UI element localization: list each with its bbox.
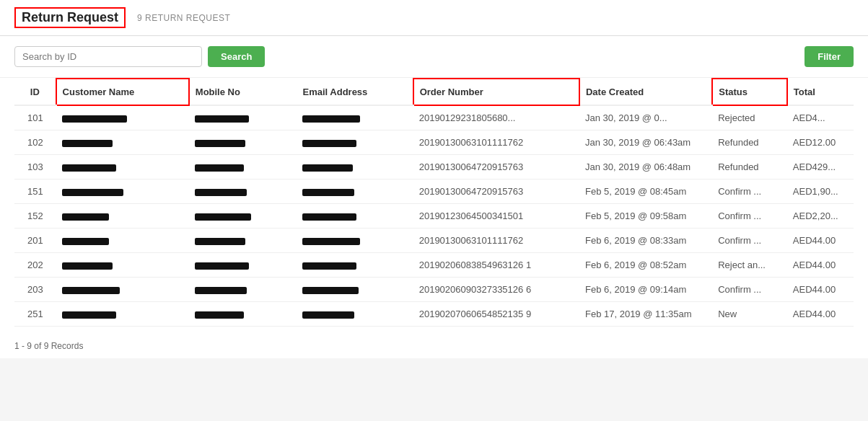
cell-total: AED12.00 xyxy=(787,130,854,155)
table-body: 101 20190129231805680... Jan 30, 2019 @ … xyxy=(14,105,854,327)
col-date-created: Date Created xyxy=(579,79,712,105)
cell-total: AED1,90... xyxy=(787,180,854,204)
filter-button[interactable]: Filter xyxy=(805,46,854,67)
table-row[interactable]: 101 20190129231805680... Jan 30, 2019 @ … xyxy=(14,105,854,130)
cell-total: AED429... xyxy=(787,155,854,180)
cell-mobile xyxy=(189,278,297,302)
page-title: Return Request xyxy=(14,7,126,28)
cell-id: 151 xyxy=(14,180,56,204)
cell-id: 152 xyxy=(14,204,56,229)
return-request-table: ID Customer Name Mobile No Email Address… xyxy=(14,78,854,327)
cell-mobile xyxy=(189,204,297,229)
cell-order: 20190207060654852135 9 xyxy=(413,302,579,327)
cell-total: AED44.00 xyxy=(787,253,854,278)
cell-date: Jan 30, 2019 @ 06:48am xyxy=(579,155,712,180)
cell-status: Confirm ... xyxy=(712,204,787,229)
cell-order: 20190130064720915763 xyxy=(413,155,579,180)
col-id: ID xyxy=(14,79,56,105)
cell-mobile xyxy=(189,155,297,180)
cell-status: Reject an... xyxy=(712,253,787,278)
cell-id: 202 xyxy=(14,253,56,278)
table-row[interactable]: 152 20190123064500341501 Feb 5, 2019 @ 0… xyxy=(14,204,854,229)
cell-mobile xyxy=(189,130,297,155)
table-row[interactable]: 203 20190206090327335126 6 Feb 6, 2019 @… xyxy=(14,278,854,302)
cell-total: AED44.00 xyxy=(787,229,854,253)
col-customer-name: Customer Name xyxy=(56,79,189,105)
toolbar: Search Filter xyxy=(0,36,868,78)
cell-order: 20190206090327335126 6 xyxy=(413,278,579,302)
cell-email xyxy=(297,180,413,204)
subtitle: 9 RETURN REQUEST xyxy=(137,13,230,23)
cell-status: Rejected xyxy=(712,105,787,130)
cell-status: New xyxy=(712,302,787,327)
cell-total: AED2,20... xyxy=(787,204,854,229)
cell-order: 20190129231805680... xyxy=(413,105,579,130)
cell-mobile xyxy=(189,105,297,130)
cell-mobile xyxy=(189,253,297,278)
cell-status: Refunded xyxy=(712,130,787,155)
cell-status: Refunded xyxy=(712,155,787,180)
cell-order: 20190206083854963126 1 xyxy=(413,253,579,278)
cell-status: Confirm ... xyxy=(712,180,787,204)
cell-email xyxy=(297,278,413,302)
cell-total: AED4... xyxy=(787,105,854,130)
col-total: Total xyxy=(787,79,854,105)
cell-email xyxy=(297,155,413,180)
cell-order: 20190123064500341501 xyxy=(413,204,579,229)
cell-customer xyxy=(56,278,189,302)
cell-id: 201 xyxy=(14,229,56,253)
col-email: Email Address xyxy=(297,79,413,105)
cell-total: AED44.00 xyxy=(787,278,854,302)
table-footer: 1 - 9 of 9 Records xyxy=(0,334,868,358)
cell-mobile xyxy=(189,229,297,253)
cell-customer xyxy=(56,253,189,278)
table-row[interactable]: 202 20190206083854963126 1 Feb 6, 2019 @… xyxy=(14,253,854,278)
cell-date: Jan 30, 2019 @ 06:43am xyxy=(579,130,712,155)
cell-date: Feb 6, 2019 @ 09:14am xyxy=(579,278,712,302)
cell-id: 101 xyxy=(14,105,56,130)
cell-id: 251 xyxy=(14,302,56,327)
col-mobile: Mobile No xyxy=(189,79,297,105)
cell-customer xyxy=(56,204,189,229)
cell-email xyxy=(297,105,413,130)
cell-mobile xyxy=(189,302,297,327)
cell-id: 103 xyxy=(14,155,56,180)
cell-mobile xyxy=(189,180,297,204)
cell-order: 20190130063101111762 xyxy=(413,130,579,155)
cell-customer xyxy=(56,155,189,180)
cell-date: Feb 6, 2019 @ 08:33am xyxy=(579,229,712,253)
cell-total: AED44.00 xyxy=(787,302,854,327)
table-row[interactable]: 251 20190207060654852135 9 Feb 17, 2019 … xyxy=(14,302,854,327)
cell-status: Confirm ... xyxy=(712,278,787,302)
cell-email xyxy=(297,253,413,278)
table-header-row: ID Customer Name Mobile No Email Address… xyxy=(14,79,854,105)
records-count: 1 - 9 of 9 Records xyxy=(14,341,83,351)
cell-email xyxy=(297,204,413,229)
header-bar: Return Request 9 RETURN REQUEST xyxy=(0,0,868,36)
cell-id: 102 xyxy=(14,130,56,155)
col-status: Status xyxy=(712,79,787,105)
cell-date: Feb 17, 2019 @ 11:35am xyxy=(579,302,712,327)
cell-date: Feb 5, 2019 @ 09:58am xyxy=(579,204,712,229)
cell-order: 20190130063101111762 xyxy=(413,229,579,253)
cell-date: Jan 30, 2019 @ 0... xyxy=(579,105,712,130)
col-order-number: Order Number xyxy=(413,79,579,105)
table-wrapper: ID Customer Name Mobile No Email Address… xyxy=(0,78,868,334)
table-row[interactable]: 201 20190130063101111762 Feb 6, 2019 @ 0… xyxy=(14,229,854,253)
cell-date: Feb 6, 2019 @ 08:52am xyxy=(579,253,712,278)
table-row[interactable]: 102 20190130063101111762 Jan 30, 2019 @ … xyxy=(14,130,854,155)
cell-order: 20190130064720915763 xyxy=(413,180,579,204)
cell-email xyxy=(297,130,413,155)
search-area: Search xyxy=(14,46,265,67)
cell-customer xyxy=(56,130,189,155)
cell-email xyxy=(297,302,413,327)
cell-customer xyxy=(56,180,189,204)
cell-status: Confirm ... xyxy=(712,229,787,253)
search-input[interactable] xyxy=(14,46,202,67)
cell-email xyxy=(297,229,413,253)
table-row[interactable]: 103 20190130064720915763 Jan 30, 2019 @ … xyxy=(14,155,854,180)
table-row[interactable]: 151 20190130064720915763 Feb 5, 2019 @ 0… xyxy=(14,180,854,204)
cell-customer xyxy=(56,302,189,327)
search-button[interactable]: Search xyxy=(208,46,265,67)
cell-id: 203 xyxy=(14,278,56,302)
